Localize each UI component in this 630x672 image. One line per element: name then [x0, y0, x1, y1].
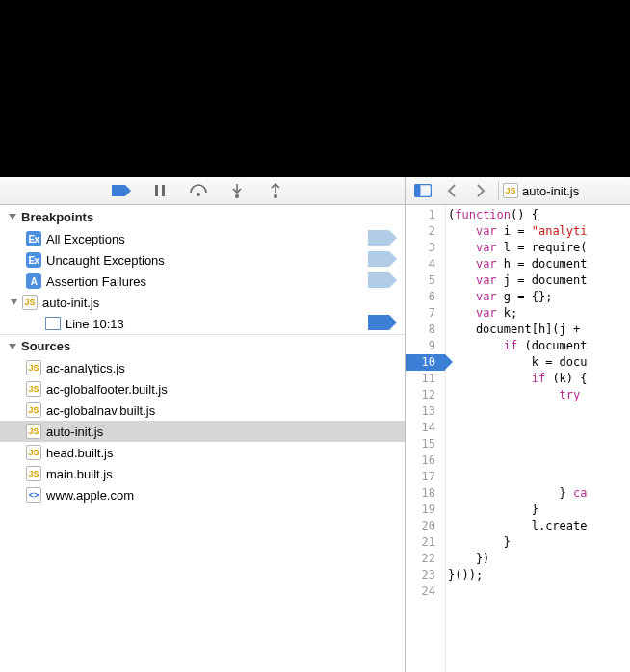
- js-file-icon: JS: [503, 183, 518, 198]
- svg-rect-0: [155, 185, 158, 196]
- source-item[interactable]: JSauto-init.js: [0, 421, 405, 442]
- line-number[interactable]: 13: [406, 403, 445, 420]
- line-number[interactable]: 11: [406, 371, 445, 387]
- source-item[interactable]: JSmain.built.js: [0, 463, 405, 484]
- line-number[interactable]: 3: [406, 240, 445, 256]
- line-number[interactable]: 10: [406, 354, 445, 371]
- js-file-icon: JS: [26, 381, 41, 397]
- line-number[interactable]: 19: [406, 502, 445, 518]
- line-number[interactable]: 16: [406, 452, 445, 469]
- line-breakpoint-icon: [45, 317, 61, 330]
- line-number[interactable]: 22: [406, 551, 445, 567]
- code-content[interactable]: (function() { var i = "analyti var l = r…: [446, 205, 630, 672]
- exception-icon: Ex: [26, 252, 41, 268]
- source-item[interactable]: JShead.built.js: [0, 442, 405, 463]
- sources-header-label: Sources: [21, 339, 70, 353]
- line-number[interactable]: 21: [406, 534, 445, 551]
- breakpoints-section-header[interactable]: Breakpoints: [0, 205, 405, 228]
- js-file-icon: JS: [26, 402, 41, 418]
- step-out-icon[interactable]: [265, 180, 286, 201]
- line-number[interactable]: 24: [406, 583, 445, 600]
- svg-rect-8: [415, 185, 421, 197]
- line-number[interactable]: 12: [406, 387, 445, 403]
- breakpoints-header-label: Breakpoints: [21, 210, 93, 224]
- source-item[interactable]: JSac-analytics.js: [0, 357, 405, 378]
- line-number[interactable]: 2: [406, 223, 445, 240]
- source-label: ac-analytics.js: [42, 361, 405, 375]
- code-editor[interactable]: 123456789101112131415161718192021222324 …: [406, 205, 630, 672]
- breakpoint-file-item[interactable]: JSauto-init.js: [0, 292, 405, 313]
- line-number[interactable]: 6: [406, 289, 445, 305]
- line-gutter[interactable]: 123456789101112131415161718192021222324: [406, 205, 446, 672]
- editor-toolbar: JS auto-init.js: [406, 177, 630, 205]
- line-number[interactable]: 18: [406, 485, 445, 502]
- disclosure-triangle-icon: [8, 297, 19, 308]
- source-label: main.built.js: [42, 467, 405, 481]
- svg-point-4: [235, 194, 239, 198]
- pause-icon[interactable]: [149, 180, 171, 201]
- source-label: head.built.js: [42, 446, 405, 460]
- breakpoint-item[interactable]: AAssertion Failures: [0, 271, 405, 292]
- debugger-sidebar: Breakpoints ExAll ExceptionsExUncaught E…: [0, 177, 406, 672]
- source-label: www.apple.com: [42, 488, 405, 503]
- line-number[interactable]: 23: [406, 567, 445, 583]
- step-into-icon[interactable]: [226, 180, 248, 201]
- editor-file-crumb[interactable]: JS auto-init.js: [498, 181, 579, 200]
- js-file-icon: JS: [26, 360, 41, 375]
- callout-area: [0, 0, 630, 177]
- line-number[interactable]: 7: [406, 305, 445, 322]
- breakpoint-file-label: auto-init.js: [39, 296, 405, 310]
- breakpoint-item[interactable]: ExUncaught Exceptions: [0, 249, 405, 271]
- source-label: auto-init.js: [42, 425, 405, 439]
- source-label: ac-globalnav.built.js: [42, 403, 405, 418]
- nav-forward-icon[interactable]: [469, 180, 492, 201]
- breakpoints-tree: ExAll ExceptionsExUncaught ExceptionsAAs…: [0, 228, 405, 334]
- line-number[interactable]: 14: [406, 420, 445, 436]
- svg-rect-1: [162, 185, 165, 196]
- breakpoint-marker-icon[interactable]: [368, 234, 397, 248]
- js-file-icon: JS: [26, 445, 41, 460]
- assertion-icon: A: [26, 273, 41, 289]
- nav-back-icon[interactable]: [440, 180, 463, 201]
- source-item[interactable]: JSac-globalfooter.built.js: [0, 378, 405, 400]
- breakpoint-label: Uncaught Exceptions: [42, 253, 368, 268]
- line-number[interactable]: 20: [406, 518, 445, 534]
- breakpoint-marker-icon[interactable]: [368, 276, 397, 291]
- js-file-icon: JS: [22, 295, 38, 310]
- breakpoints-toggle-icon[interactable]: [111, 180, 132, 201]
- sources-tree: JSac-analytics.jsJSac-globalfooter.built…: [0, 357, 405, 505]
- step-over-icon[interactable]: [188, 180, 209, 201]
- breakpoint-label: Assertion Failures: [42, 274, 368, 289]
- breakpoint-label: All Exceptions: [42, 232, 368, 246]
- source-item[interactable]: JSac-globalnav.built.js: [0, 400, 405, 421]
- breakpoint-marker-icon[interactable]: [368, 319, 397, 333]
- line-number[interactable]: 17: [406, 469, 445, 485]
- js-file-icon: JS: [26, 424, 41, 439]
- line-number[interactable]: 9: [406, 338, 445, 354]
- breakpoint-marker-icon[interactable]: [368, 255, 397, 270]
- breakpoint-item[interactable]: ExAll Exceptions: [0, 228, 405, 249]
- svg-point-2: [197, 193, 200, 196]
- source-label: ac-globalfooter.built.js: [42, 382, 405, 397]
- sources-section-header[interactable]: Sources: [0, 334, 405, 357]
- svg-point-6: [274, 194, 277, 198]
- line-number[interactable]: 1: [406, 207, 445, 223]
- breakpoint-line-label: Line 10:13: [62, 317, 368, 331]
- editor-filename: auto-init.js: [522, 184, 579, 198]
- disclosure-triangle-icon: [6, 340, 19, 353]
- js-file-icon: JS: [26, 466, 41, 481]
- breakpoint-line-item[interactable]: Line 10:13: [0, 313, 405, 334]
- disclosure-triangle-icon: [6, 210, 19, 223]
- line-number[interactable]: 15: [406, 436, 445, 452]
- exception-icon: Ex: [26, 231, 41, 246]
- line-number[interactable]: 4: [406, 256, 445, 272]
- source-item[interactable]: <>www.apple.com: [0, 484, 405, 505]
- debugger-toolbar: [0, 177, 405, 205]
- line-number[interactable]: 5: [406, 272, 445, 289]
- editor-pane: JS auto-init.js 123456789101112131415161…: [406, 177, 630, 672]
- toggle-sidebar-icon[interactable]: [411, 180, 434, 201]
- line-number[interactable]: 8: [406, 322, 445, 338]
- html-file-icon: <>: [26, 487, 41, 503]
